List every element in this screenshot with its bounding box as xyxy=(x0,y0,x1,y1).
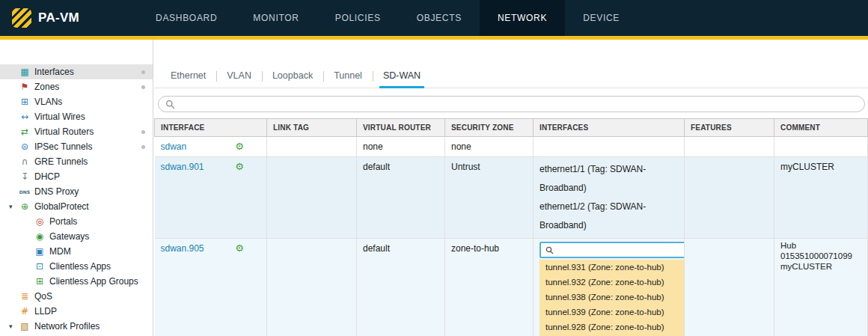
dns-proxy-icon: DNS xyxy=(19,189,31,195)
nav-policies[interactable]: POLICIES xyxy=(317,0,399,36)
cell-link-tag xyxy=(267,157,357,239)
main-content: Ethernet VLAN Loopback Tunnel SD-WAN INT… xyxy=(154,40,868,336)
nav-monitor[interactable]: MONITOR xyxy=(235,0,317,36)
sidebar-item-dns-proxy[interactable]: DNS DNS Proxy xyxy=(0,184,153,199)
table-search-input[interactable] xyxy=(180,99,858,109)
cell-comment: Hub 015351000071099 myCLUSTER xyxy=(774,239,868,336)
sidebar-item-qos[interactable]: ≣ QoS xyxy=(0,289,153,304)
nav-objects[interactable]: OBJECTS xyxy=(399,0,480,36)
sidebar-item-label: Portals xyxy=(49,216,77,227)
vlans-icon: ⊞ xyxy=(19,97,31,107)
sidebar: ▦ Interfaces ⚑ Zones ⊞ VLANs ↔ Virtual W… xyxy=(0,40,153,336)
qos-icon: ≣ xyxy=(19,291,31,302)
tab-sdwan[interactable]: SD-WAN xyxy=(373,64,431,88)
cell-security-zone: none xyxy=(445,137,534,157)
logo-text: PA-VM xyxy=(38,10,79,25)
sidebar-item-ipsec-tunnels[interactable]: ⊜ IPSec Tunnels xyxy=(0,139,153,154)
expand-arrow-icon[interactable]: ▾ xyxy=(9,203,19,210)
sidebar-item-mdm[interactable]: ▣ MDM xyxy=(0,244,153,259)
cell-interface: sdwan ⚙ xyxy=(155,137,267,157)
cell-features xyxy=(685,239,774,336)
pan-logo-icon xyxy=(12,8,31,28)
sidebar-item-label: Interfaces xyxy=(34,67,74,77)
gear-icon[interactable]: ⚙ xyxy=(235,160,244,173)
sidebar-item-label: Virtual Routers xyxy=(34,126,94,137)
sidebar-item-gre-tunnels[interactable]: ∩ GRE Tunnels xyxy=(0,154,153,169)
cell-interfaces: ethernet1/1 (Tag: SDWAN-Broadband) ether… xyxy=(534,157,685,239)
col-interface[interactable]: INTERFACE xyxy=(155,119,267,137)
sidebar-item-label: Virtual Wires xyxy=(34,112,85,122)
interfaces-dropdown-input[interactable] xyxy=(557,245,683,255)
table-header-row: INTERFACE LINK TAG VIRTUAL ROUTER SECURI… xyxy=(155,119,868,137)
sidebar-item-portals[interactable]: ◎ Portals xyxy=(0,214,153,229)
col-interfaces[interactable]: INTERFACES xyxy=(534,119,685,137)
nav-dashboard[interactable]: DASHBOARD xyxy=(138,0,235,36)
gear-icon[interactable]: ⚙ xyxy=(235,242,244,254)
cell-comment: myCLUSTER xyxy=(774,157,868,239)
gear-icon[interactable]: ⚙ xyxy=(235,140,244,153)
virtual-wires-icon: ↔ xyxy=(19,112,31,122)
sidebar-item-label: MDM xyxy=(49,246,71,257)
nav-device[interactable]: DEVICE xyxy=(565,0,638,36)
logo: PA-VM xyxy=(0,0,91,36)
nav-network[interactable]: NETWORK xyxy=(480,0,565,36)
dropdown-option[interactable]: tunnel.938 (Zone: zone-to-hub) xyxy=(540,290,686,305)
lldp-icon: # xyxy=(19,306,31,317)
tab-loopback[interactable]: Loopback xyxy=(262,64,323,88)
sidebar-item-clientless-apps[interactable]: ⊡ Clientless Apps xyxy=(0,259,153,274)
sidebar-item-globalprotect[interactable]: ▾ ⊕ GlobalProtect xyxy=(0,199,153,214)
cell-security-zone: zone-to-hub xyxy=(445,239,534,336)
table-row[interactable]: sdwan.905 ⚙ default zone-to-hub xyxy=(155,239,868,336)
interface-link[interactable]: sdwan.901 xyxy=(161,160,204,174)
cell-link-tag xyxy=(267,239,357,336)
interfaces-dropdown-search[interactable] xyxy=(540,242,689,258)
interfaces-dropdown: tunnel.931 (Zone: zone-to-hub) tunnel.93… xyxy=(540,242,689,336)
sidebar-item-label: DHCP xyxy=(34,171,60,182)
col-security-zone[interactable]: SECURITY ZONE xyxy=(445,119,534,137)
table-row[interactable]: sdwan ⚙ none none xyxy=(155,137,868,157)
col-features[interactable]: FEATURES xyxy=(685,119,774,137)
sidebar-item-clientless-app-groups[interactable]: ⊞ Clientless App Groups xyxy=(0,274,153,289)
table-row[interactable]: sdwan.901 ⚙ default Untrust ethernet1/1 … xyxy=(155,157,868,239)
sidebar-item-interfaces[interactable]: ▦ Interfaces xyxy=(0,64,153,79)
sidebar-item-dhcp[interactable]: ↧ DHCP xyxy=(0,169,153,184)
col-virtual-router[interactable]: VIRTUAL ROUTER xyxy=(357,119,445,137)
tab-ethernet[interactable]: Ethernet xyxy=(160,64,216,88)
cell-virtual-router: none xyxy=(357,137,445,157)
gateways-icon: ◉ xyxy=(34,231,46,242)
cell-interface: sdwan.901 ⚙ xyxy=(155,157,267,239)
col-link-tag[interactable]: LINK TAG xyxy=(267,119,357,137)
sidebar-item-gateways[interactable]: ◉ Gateways xyxy=(0,229,153,244)
portals-icon: ◎ xyxy=(34,216,46,227)
clientless-apps-icon: ⊡ xyxy=(34,261,46,272)
cell-comment xyxy=(774,137,868,157)
tab-tunnel[interactable]: Tunnel xyxy=(323,64,373,88)
dhcp-icon: ↧ xyxy=(19,171,31,182)
interface-link[interactable]: sdwan.905 xyxy=(161,242,204,255)
tab-vlan[interactable]: VLAN xyxy=(216,64,262,88)
sidebar-item-vlans[interactable]: ⊞ VLANs xyxy=(0,94,153,109)
sidebar-item-label: Clientless Apps xyxy=(49,261,111,272)
table-search[interactable] xyxy=(158,96,865,112)
search-icon xyxy=(165,100,175,109)
sidebar-item-virtual-routers[interactable]: ⇄ Virtual Routers xyxy=(0,124,153,139)
sidebar-item-lldp[interactable]: # LLDP xyxy=(0,304,153,319)
ipsec-tunnels-icon: ⊜ xyxy=(19,141,31,152)
dropdown-option[interactable]: tunnel.931 (Zone: zone-to-hub) xyxy=(540,260,686,275)
sidebar-item-network-profiles[interactable]: ▾ ▧ Network Profiles xyxy=(0,319,153,334)
sidebar-item-label: IPSec Tunnels xyxy=(34,141,92,152)
cell-security-zone: Untrust xyxy=(445,157,534,239)
dropdown-option[interactable]: tunnel.932 (Zone: zone-to-hub) xyxy=(540,275,686,290)
sidebar-item-virtual-wires[interactable]: ↔ Virtual Wires xyxy=(0,109,153,124)
status-dot xyxy=(141,145,145,149)
expand-arrow-icon[interactable]: ▾ xyxy=(9,323,19,330)
zones-icon: ⚑ xyxy=(19,82,31,92)
dropdown-option[interactable]: tunnel.928 (Zone: zone-to-hub) xyxy=(540,320,686,335)
interfaces-table: INTERFACE LINK TAG VIRTUAL ROUTER SECURI… xyxy=(154,118,868,336)
interface-link[interactable]: sdwan xyxy=(161,140,187,153)
cell-features xyxy=(685,137,774,157)
col-comment[interactable]: COMMENT xyxy=(774,119,868,137)
dropdown-option[interactable]: tunnel.939 (Zone: zone-to-hub) xyxy=(540,305,686,320)
cell-interfaces: tunnel.931 (Zone: zone-to-hub) tunnel.93… xyxy=(534,239,685,336)
sidebar-item-zones[interactable]: ⚑ Zones xyxy=(0,79,153,94)
